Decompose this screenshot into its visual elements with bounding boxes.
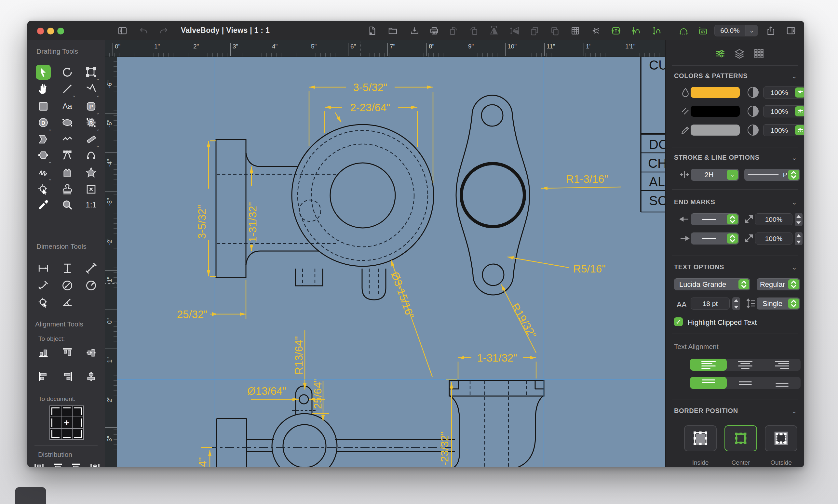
flip-vertical-icon[interactable]: [509, 25, 520, 36]
dimension-arc-icon[interactable]: [678, 25, 689, 36]
transform-tool[interactable]: ⌄: [84, 65, 99, 80]
start-mark-dropdown[interactable]: [691, 213, 739, 225]
open-folder-icon[interactable]: [387, 25, 398, 36]
align-text-right-button[interactable]: [764, 359, 801, 371]
pencil-opacity-slider-button[interactable]: [795, 125, 804, 135]
stroke-color-swatch[interactable]: [691, 106, 740, 117]
stroke-blend-icon[interactable]: [748, 106, 759, 117]
tab-layers[interactable]: [732, 48, 747, 60]
fill-opacity-slider-button[interactable]: [795, 88, 804, 97]
dim-hole-diameter[interactable]: Ø13/64": [247, 385, 286, 397]
dim-radius-tool[interactable]: [84, 278, 99, 293]
table-icon[interactable]: [569, 25, 581, 36]
freehand-tool[interactable]: ⌄: [36, 165, 51, 180]
line-spacing-dropdown[interactable]: Single: [757, 298, 800, 309]
font-style-dropdown[interactable]: Regular: [757, 278, 800, 290]
end-mark-scale-stepper[interactable]: [795, 232, 803, 245]
tab-style-inspector[interactable]: [713, 48, 727, 60]
toggle-inspector-icon[interactable]: [785, 25, 797, 36]
stamp-tool[interactable]: [60, 182, 75, 197]
align-middle-tool[interactable]: [84, 345, 99, 360]
distribute-spacing-h-tool[interactable]: [68, 460, 83, 467]
dim-vertical-tool[interactable]: [60, 261, 75, 276]
align-document-center[interactable]: +: [61, 417, 72, 428]
zoom-tool[interactable]: [60, 197, 75, 212]
oval-flange[interactable]: [456, 95, 530, 295]
polygon-p-tool[interactable]: P ⌄: [84, 99, 99, 114]
pencil-opacity-field[interactable]: 100%: [763, 124, 804, 136]
align-text-center-button[interactable]: [727, 359, 764, 371]
dim-corner-radius[interactable]: R1-3/16": [566, 173, 608, 185]
vertical-ruler[interactable]: -6" -5" -4" -3" -2" -1" 0" 1" 2" 3": [105, 57, 117, 467]
align-text-left-button[interactable]: [690, 359, 727, 371]
dim-oblique-tool[interactable]: [36, 278, 51, 293]
pencil-blend-icon[interactable]: [748, 125, 759, 136]
start-mark-scale-stepper[interactable]: [795, 213, 803, 226]
align-to-document-grid[interactable]: +: [50, 406, 84, 440]
marker-tool[interactable]: ⌄: [84, 132, 99, 147]
rounded-rect-r-tool[interactable]: R ⌄: [84, 115, 99, 130]
dim-top-width[interactable]: 3-5/32": [353, 81, 387, 93]
end-mark-scale-field[interactable]: 100%: [755, 233, 792, 245]
border-inside-button[interactable]: [684, 425, 717, 451]
flip-horizontal-icon[interactable]: [488, 25, 500, 36]
dim-lug-offset[interactable]: 25/64": [311, 378, 324, 409]
text-collapse-chevron[interactable]: ⌄: [791, 264, 797, 271]
point-select-tool[interactable]: [36, 182, 51, 197]
horizontal-ruler[interactable]: 0" 1" 2" 3" 4" 5" 6" 7" 8" 9" 10" 11" 1'…: [105, 40, 665, 57]
dim-body-diameter[interactable]: Ø3-15/16": [389, 270, 416, 320]
coordinates-xy-icon[interactable]: XY: [697, 25, 709, 36]
ellipse-tool[interactable]: [60, 115, 75, 130]
align-center-tool[interactable]: [84, 369, 99, 384]
start-mark-scale-field[interactable]: 100%: [755, 213, 792, 225]
select-tool[interactable]: [36, 65, 51, 80]
align-text-bottom-button[interactable]: [764, 377, 801, 389]
endmarks-collapse-chevron[interactable]: ⌄: [791, 198, 797, 206]
fill-opacity-field[interactable]: 100%: [763, 87, 804, 98]
text-frame-icon[interactable]: [610, 25, 622, 36]
dim-partial[interactable]: 4": [196, 457, 209, 467]
colors-collapse-chevron[interactable]: ⌄: [791, 72, 797, 80]
stroke-collapse-chevron[interactable]: ⌄: [791, 154, 797, 162]
star-tool[interactable]: [84, 165, 99, 180]
dim-diameter-tool[interactable]: [60, 278, 75, 293]
flange-bore[interactable]: [461, 164, 524, 227]
dim-slot-radius[interactable]: R19/32": [509, 301, 539, 340]
hexagon-tool[interactable]: ⌄: [36, 148, 51, 163]
import-icon[interactable]: [409, 25, 420, 36]
actual-size-tool[interactable]: 1:1: [84, 197, 99, 212]
left-flange[interactable]: [216, 140, 246, 278]
dim-flange-height[interactable]: 3-5/32": [196, 205, 208, 239]
bottom-view-geometry[interactable]: [217, 386, 455, 467]
dimension-horizontal-icon[interactable]: [630, 25, 642, 36]
drawing-canvas[interactable]: CUS DON CHA ALL SCA: [117, 57, 665, 467]
minimize-button[interactable]: [47, 28, 54, 34]
align-left-tool[interactable]: [36, 369, 51, 384]
font-size-field[interactable]: 18 pt: [691, 298, 730, 309]
dim-horizontal-tool[interactable]: [36, 261, 51, 276]
align-text-middle-button[interactable]: [727, 377, 764, 389]
stroke-icon[interactable]: [680, 105, 691, 117]
pencil-color-swatch[interactable]: [691, 125, 740, 136]
undo-icon[interactable]: [138, 25, 149, 36]
zoom-control[interactable]: 60.0% ⌄: [714, 25, 758, 36]
print-icon[interactable]: [428, 25, 440, 36]
toggle-sidebar-icon[interactable]: [117, 25, 128, 36]
zoom-dropdown-chevron[interactable]: ⌄: [745, 25, 757, 36]
rectangle-tool[interactable]: [36, 99, 51, 114]
align-top-tool[interactable]: [60, 345, 75, 360]
border-center-button[interactable]: [725, 425, 757, 451]
bring-forward-icon[interactable]: [529, 25, 540, 36]
title-block[interactable]: CUS DON CHA ALL SCA: [641, 57, 665, 212]
distribute-horizontal-tool[interactable]: [32, 460, 47, 467]
fill-color-swatch[interactable]: [691, 87, 740, 98]
dim-depth[interactable]: -23/32": [439, 431, 450, 466]
line-tool[interactable]: ⌄: [60, 81, 75, 96]
polyline-tool[interactable]: ⌄: [84, 81, 99, 96]
border-outside-button[interactable]: [765, 425, 797, 451]
stroke-opacity-field[interactable]: 100%: [763, 105, 804, 118]
dimension-vertical-icon[interactable]: [650, 25, 662, 36]
dim-bore-height[interactable]: 1-31/32": [247, 202, 258, 242]
body-outline[interactable]: [292, 125, 434, 266]
dim-elbow-width[interactable]: 1-31/32": [477, 352, 517, 364]
